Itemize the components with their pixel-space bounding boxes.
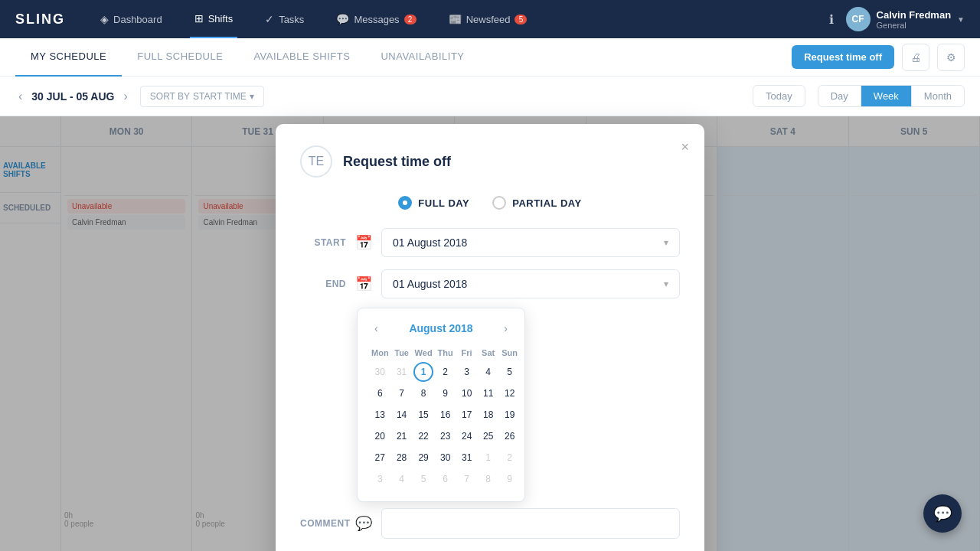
- cal-day-5[interactable]: 5: [500, 362, 520, 382]
- subnav-my-schedule[interactable]: MY SCHEDULE: [15, 38, 122, 77]
- end-label: END: [300, 279, 346, 289]
- request-time-off-modal: TE Request time off × FULL DAY PARTIAL D…: [276, 124, 704, 551]
- cal-day-6-next[interactable]: 6: [436, 469, 456, 489]
- cal-day-4-next[interactable]: 4: [392, 469, 412, 489]
- today-button[interactable]: Today: [753, 85, 805, 107]
- end-date-value: 01 August 2018: [393, 278, 467, 290]
- main-content: MON 30 TUE 31 WED 1 THU 2 FRI 3 SAT 4 SU…: [0, 116, 980, 551]
- cal-day-4[interactable]: 4: [479, 362, 498, 382]
- modal-icon: TE: [300, 145, 332, 178]
- calendar-prev-button[interactable]: ‹: [370, 321, 383, 336]
- modal-close-button[interactable]: ×: [681, 139, 689, 155]
- calendar-dropdown: ‹ August 2018 › Mon Tue Wed Thu Fri Sat …: [357, 308, 525, 502]
- cal-day-8[interactable]: 8: [413, 383, 433, 403]
- nav-tasks[interactable]: ✓ Tasks: [260, 0, 309, 38]
- cal-day-26[interactable]: 26: [500, 426, 520, 446]
- cal-day-20[interactable]: 20: [370, 426, 390, 446]
- user-menu[interactable]: CF Calvin Fredman General ▼: [846, 7, 965, 31]
- nav-dashboard[interactable]: ◈ Dashboard: [96, 0, 167, 38]
- cal-day-31[interactable]: 31: [457, 448, 477, 468]
- modal-title: Request time off: [343, 154, 451, 170]
- settings-button[interactable]: ⚙: [937, 44, 965, 71]
- top-nav: SLING ◈ Dashboard ⊞ Shifts ✓ Tasks 💬 Mes…: [0, 0, 980, 38]
- modal-overlay: TE Request time off × FULL DAY PARTIAL D…: [0, 116, 980, 551]
- nav-newsfeed[interactable]: 📰 Newsfeed 5: [444, 0, 532, 38]
- comment-input[interactable]: [381, 508, 680, 539]
- brand-logo: SLING: [15, 11, 65, 28]
- cal-day-1[interactable]: 1: [413, 362, 433, 382]
- nav-shifts[interactable]: ⊞ Shifts: [190, 0, 238, 38]
- cal-day-2-next[interactable]: 2: [500, 448, 520, 468]
- cal-day-23[interactable]: 23: [436, 426, 456, 446]
- cal-day-30-prev[interactable]: 30: [370, 362, 390, 382]
- view-week-button[interactable]: Week: [861, 86, 912, 106]
- cal-day-3[interactable]: 3: [457, 362, 477, 382]
- cal-day-13[interactable]: 13: [370, 405, 390, 425]
- dashboard-icon: ◈: [100, 13, 109, 25]
- cal-day-15[interactable]: 15: [413, 405, 433, 425]
- info-icon[interactable]: ℹ: [829, 12, 834, 27]
- subnav-unavailability[interactable]: UNAVAILABILITY: [365, 38, 479, 77]
- cal-day-9-next[interactable]: 9: [500, 469, 520, 489]
- start-date-select[interactable]: 01 August 2018 ▾: [381, 228, 680, 257]
- calendar-next-button[interactable]: ›: [499, 321, 512, 336]
- cal-day-3-next[interactable]: 3: [370, 469, 390, 489]
- cal-day-6[interactable]: 6: [370, 383, 390, 403]
- cal-day-1-next[interactable]: 1: [479, 448, 498, 468]
- cal-day-11[interactable]: 11: [479, 383, 498, 403]
- sort-chevron: ▾: [250, 91, 254, 102]
- cal-day-22[interactable]: 22: [413, 426, 433, 446]
- nav-dashboard-label: Dashboard: [113, 14, 162, 25]
- sort-label: SORT BY: [150, 91, 190, 102]
- view-day-button[interactable]: Day: [818, 86, 861, 106]
- tasks-icon: ✓: [265, 13, 274, 25]
- cal-day-12[interactable]: 12: [500, 383, 520, 403]
- user-menu-chevron: ▼: [957, 15, 965, 24]
- cal-day-30[interactable]: 30: [436, 448, 456, 468]
- cal-day-10[interactable]: 10: [457, 383, 477, 403]
- modal-icon-text: TE: [309, 155, 324, 168]
- nav-messages[interactable]: 💬 Messages 2: [332, 0, 420, 38]
- cal-header-thu: Thu: [436, 345, 456, 360]
- cal-day-2[interactable]: 2: [436, 362, 456, 382]
- subnav-available-shifts[interactable]: AVAILABLE SHIFTS: [238, 38, 365, 77]
- end-date-select[interactable]: 01 August 2018 ▾: [381, 269, 680, 298]
- cal-day-7[interactable]: 7: [392, 383, 412, 403]
- cal-day-8-next[interactable]: 8: [479, 469, 498, 489]
- cal-day-5-next[interactable]: 5: [413, 469, 433, 489]
- comment-label: COMMENT: [300, 518, 346, 529]
- radio-partial-day[interactable]: PARTIAL DAY: [492, 196, 582, 210]
- start-label: START: [300, 237, 346, 248]
- chat-bubble-button[interactable]: 💬: [923, 494, 962, 533]
- nav-shifts-label: Shifts: [208, 13, 234, 24]
- sort-button[interactable]: SORT BY START TIME ▾: [140, 86, 264, 107]
- print-button[interactable]: 🖨: [902, 44, 929, 71]
- nav-newsfeed-label: Newsfeed: [466, 14, 511, 25]
- cal-day-17[interactable]: 17: [457, 405, 477, 425]
- cal-day-21[interactable]: 21: [392, 426, 412, 446]
- cal-day-29[interactable]: 29: [413, 448, 433, 468]
- subnav-full-schedule[interactable]: FULL SCHEDULE: [122, 38, 238, 77]
- cal-day-16[interactable]: 16: [436, 405, 456, 425]
- cal-day-18[interactable]: 18: [479, 405, 498, 425]
- chat-icon: 💬: [933, 504, 952, 523]
- cal-day-14[interactable]: 14: [392, 405, 412, 425]
- sort-value: START TIME: [193, 91, 247, 102]
- date-range-label: 30 JUL - 05 AUG: [31, 90, 114, 103]
- messages-badge: 2: [404, 15, 416, 24]
- next-date-button[interactable]: ›: [120, 86, 130, 106]
- cal-day-25[interactable]: 25: [479, 426, 498, 446]
- cal-day-19[interactable]: 19: [500, 405, 520, 425]
- cal-day-7-next[interactable]: 7: [457, 469, 477, 489]
- cal-day-28[interactable]: 28: [392, 448, 412, 468]
- cal-day-31-prev[interactable]: 31: [392, 362, 412, 382]
- radio-full-day[interactable]: FULL DAY: [398, 196, 469, 210]
- cal-day-9[interactable]: 9: [436, 383, 456, 403]
- end-calendar-icon: 📅: [355, 276, 372, 292]
- cal-day-24[interactable]: 24: [457, 426, 477, 446]
- prev-date-button[interactable]: ‹: [15, 86, 25, 106]
- request-time-off-button[interactable]: Request time off: [792, 45, 894, 69]
- cal-day-27[interactable]: 27: [370, 448, 390, 468]
- view-month-button[interactable]: Month: [912, 86, 964, 106]
- cal-header-sun: Sun: [500, 345, 520, 360]
